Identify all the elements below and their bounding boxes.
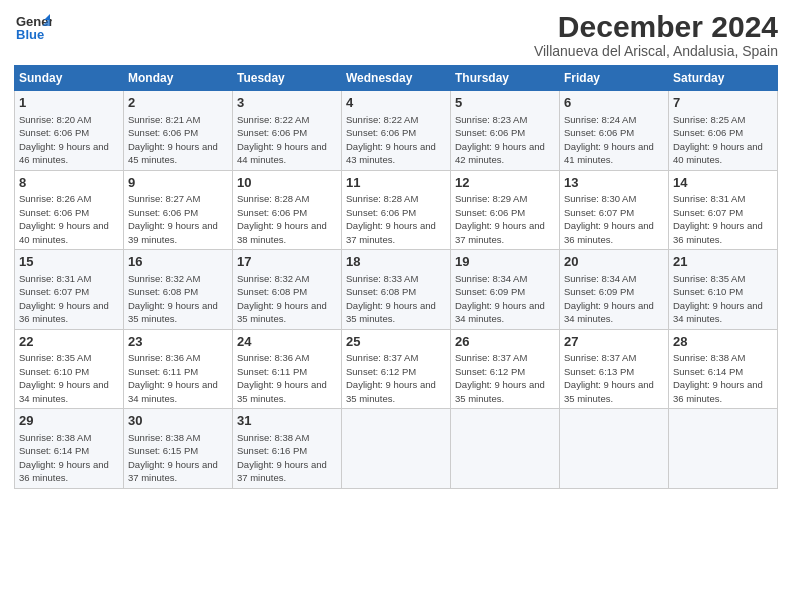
day-info: Sunrise: 8:30 AMSunset: 6:07 PMDaylight:…	[564, 193, 654, 245]
calendar-cell: 5Sunrise: 8:23 AMSunset: 6:06 PMDaylight…	[451, 91, 560, 171]
day-number: 23	[128, 333, 228, 351]
day-info: Sunrise: 8:20 AMSunset: 6:06 PMDaylight:…	[19, 114, 109, 166]
day-number: 5	[455, 94, 555, 112]
day-info: Sunrise: 8:25 AMSunset: 6:06 PMDaylight:…	[673, 114, 763, 166]
day-number: 13	[564, 174, 664, 192]
calendar-cell	[669, 409, 778, 489]
weekday-friday: Friday	[560, 66, 669, 91]
calendar-cell: 28Sunrise: 8:38 AMSunset: 6:14 PMDayligh…	[669, 329, 778, 409]
day-number: 6	[564, 94, 664, 112]
weekday-saturday: Saturday	[669, 66, 778, 91]
weekday-tuesday: Tuesday	[233, 66, 342, 91]
calendar-cell: 17Sunrise: 8:32 AMSunset: 6:08 PMDayligh…	[233, 250, 342, 330]
day-info: Sunrise: 8:34 AMSunset: 6:09 PMDaylight:…	[455, 273, 545, 325]
day-info: Sunrise: 8:31 AMSunset: 6:07 PMDaylight:…	[19, 273, 109, 325]
calendar-cell: 11Sunrise: 8:28 AMSunset: 6:06 PMDayligh…	[342, 170, 451, 250]
day-number: 16	[128, 253, 228, 271]
day-number: 26	[455, 333, 555, 351]
day-number: 31	[237, 412, 337, 430]
calendar-cell: 24Sunrise: 8:36 AMSunset: 6:11 PMDayligh…	[233, 329, 342, 409]
calendar-cell: 25Sunrise: 8:37 AMSunset: 6:12 PMDayligh…	[342, 329, 451, 409]
day-number: 20	[564, 253, 664, 271]
weekday-thursday: Thursday	[451, 66, 560, 91]
day-number: 25	[346, 333, 446, 351]
day-info: Sunrise: 8:23 AMSunset: 6:06 PMDaylight:…	[455, 114, 545, 166]
svg-text:Blue: Blue	[16, 27, 44, 42]
day-info: Sunrise: 8:24 AMSunset: 6:06 PMDaylight:…	[564, 114, 654, 166]
day-number: 18	[346, 253, 446, 271]
calendar-cell	[342, 409, 451, 489]
day-info: Sunrise: 8:35 AMSunset: 6:10 PMDaylight:…	[19, 352, 109, 404]
calendar-table: SundayMondayTuesdayWednesdayThursdayFrid…	[14, 65, 778, 489]
calendar-cell	[451, 409, 560, 489]
day-number: 2	[128, 94, 228, 112]
day-number: 30	[128, 412, 228, 430]
day-number: 15	[19, 253, 119, 271]
header: General Blue December 2024 Villanueva de…	[14, 10, 778, 59]
day-info: Sunrise: 8:29 AMSunset: 6:06 PMDaylight:…	[455, 193, 545, 245]
day-info: Sunrise: 8:22 AMSunset: 6:06 PMDaylight:…	[346, 114, 436, 166]
day-number: 7	[673, 94, 773, 112]
day-number: 4	[346, 94, 446, 112]
day-number: 21	[673, 253, 773, 271]
calendar-cell: 18Sunrise: 8:33 AMSunset: 6:08 PMDayligh…	[342, 250, 451, 330]
calendar-cell	[560, 409, 669, 489]
calendar-cell: 20Sunrise: 8:34 AMSunset: 6:09 PMDayligh…	[560, 250, 669, 330]
calendar-cell: 16Sunrise: 8:32 AMSunset: 6:08 PMDayligh…	[124, 250, 233, 330]
day-info: Sunrise: 8:33 AMSunset: 6:08 PMDaylight:…	[346, 273, 436, 325]
day-number: 28	[673, 333, 773, 351]
logo: General Blue	[14, 10, 52, 48]
day-info: Sunrise: 8:38 AMSunset: 6:14 PMDaylight:…	[19, 432, 109, 484]
calendar-week-4: 22Sunrise: 8:35 AMSunset: 6:10 PMDayligh…	[15, 329, 778, 409]
calendar-cell: 22Sunrise: 8:35 AMSunset: 6:10 PMDayligh…	[15, 329, 124, 409]
day-number: 27	[564, 333, 664, 351]
calendar-cell: 12Sunrise: 8:29 AMSunset: 6:06 PMDayligh…	[451, 170, 560, 250]
day-number: 8	[19, 174, 119, 192]
weekday-wednesday: Wednesday	[342, 66, 451, 91]
logo-icon: General Blue	[14, 10, 52, 48]
day-info: Sunrise: 8:31 AMSunset: 6:07 PMDaylight:…	[673, 193, 763, 245]
day-info: Sunrise: 8:26 AMSunset: 6:06 PMDaylight:…	[19, 193, 109, 245]
day-info: Sunrise: 8:37 AMSunset: 6:12 PMDaylight:…	[346, 352, 436, 404]
day-info: Sunrise: 8:38 AMSunset: 6:15 PMDaylight:…	[128, 432, 218, 484]
calendar-cell: 15Sunrise: 8:31 AMSunset: 6:07 PMDayligh…	[15, 250, 124, 330]
day-info: Sunrise: 8:32 AMSunset: 6:08 PMDaylight:…	[237, 273, 327, 325]
day-number: 19	[455, 253, 555, 271]
day-number: 11	[346, 174, 446, 192]
weekday-monday: Monday	[124, 66, 233, 91]
day-number: 29	[19, 412, 119, 430]
calendar-week-1: 1Sunrise: 8:20 AMSunset: 6:06 PMDaylight…	[15, 91, 778, 171]
calendar-cell: 26Sunrise: 8:37 AMSunset: 6:12 PMDayligh…	[451, 329, 560, 409]
calendar-cell: 4Sunrise: 8:22 AMSunset: 6:06 PMDaylight…	[342, 91, 451, 171]
day-number: 1	[19, 94, 119, 112]
calendar-cell: 27Sunrise: 8:37 AMSunset: 6:13 PMDayligh…	[560, 329, 669, 409]
weekday-header-row: SundayMondayTuesdayWednesdayThursdayFrid…	[15, 66, 778, 91]
day-number: 22	[19, 333, 119, 351]
day-info: Sunrise: 8:37 AMSunset: 6:12 PMDaylight:…	[455, 352, 545, 404]
day-info: Sunrise: 8:34 AMSunset: 6:09 PMDaylight:…	[564, 273, 654, 325]
calendar-cell: 6Sunrise: 8:24 AMSunset: 6:06 PMDaylight…	[560, 91, 669, 171]
calendar-cell: 30Sunrise: 8:38 AMSunset: 6:15 PMDayligh…	[124, 409, 233, 489]
calendar-cell: 23Sunrise: 8:36 AMSunset: 6:11 PMDayligh…	[124, 329, 233, 409]
day-info: Sunrise: 8:37 AMSunset: 6:13 PMDaylight:…	[564, 352, 654, 404]
day-info: Sunrise: 8:35 AMSunset: 6:10 PMDaylight:…	[673, 273, 763, 325]
title-area: December 2024 Villanueva del Ariscal, An…	[534, 10, 778, 59]
calendar-cell: 2Sunrise: 8:21 AMSunset: 6:06 PMDaylight…	[124, 91, 233, 171]
subtitle: Villanueva del Ariscal, Andalusia, Spain	[534, 43, 778, 59]
calendar-cell: 14Sunrise: 8:31 AMSunset: 6:07 PMDayligh…	[669, 170, 778, 250]
day-info: Sunrise: 8:36 AMSunset: 6:11 PMDaylight:…	[128, 352, 218, 404]
day-info: Sunrise: 8:38 AMSunset: 6:14 PMDaylight:…	[673, 352, 763, 404]
day-info: Sunrise: 8:36 AMSunset: 6:11 PMDaylight:…	[237, 352, 327, 404]
calendar-cell: 10Sunrise: 8:28 AMSunset: 6:06 PMDayligh…	[233, 170, 342, 250]
calendar-week-3: 15Sunrise: 8:31 AMSunset: 6:07 PMDayligh…	[15, 250, 778, 330]
day-number: 24	[237, 333, 337, 351]
day-number: 14	[673, 174, 773, 192]
calendar-week-5: 29Sunrise: 8:38 AMSunset: 6:14 PMDayligh…	[15, 409, 778, 489]
day-info: Sunrise: 8:28 AMSunset: 6:06 PMDaylight:…	[346, 193, 436, 245]
day-number: 10	[237, 174, 337, 192]
day-number: 3	[237, 94, 337, 112]
calendar-cell: 1Sunrise: 8:20 AMSunset: 6:06 PMDaylight…	[15, 91, 124, 171]
day-info: Sunrise: 8:28 AMSunset: 6:06 PMDaylight:…	[237, 193, 327, 245]
day-number: 12	[455, 174, 555, 192]
day-info: Sunrise: 8:21 AMSunset: 6:06 PMDaylight:…	[128, 114, 218, 166]
